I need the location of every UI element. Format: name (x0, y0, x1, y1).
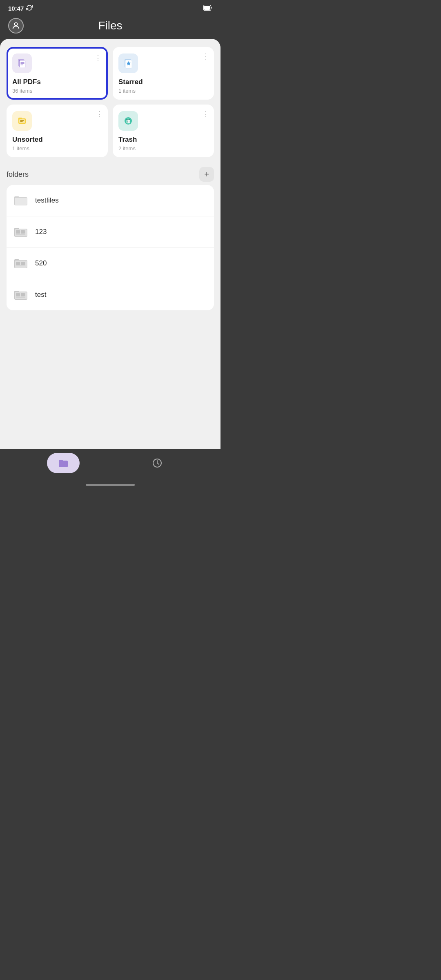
folder-item-123[interactable]: 123 (7, 216, 214, 248)
folder-icon-520 (13, 255, 29, 272)
page-title: Files (98, 19, 122, 32)
starred-subtitle: 1 items (118, 88, 208, 94)
category-card-all-pdfs[interactable]: ⋮ All PDFs 36 items (7, 47, 108, 100)
status-bar: 10:47 (0, 0, 220, 15)
category-grid: ⋮ All PDFs 36 items ⋮ (7, 47, 214, 157)
folder-name-testfiles: testfiles (35, 196, 59, 205)
unsorted-menu[interactable]: ⋮ (96, 109, 104, 118)
folder-item-testfiles[interactable]: testfiles (7, 185, 214, 216)
category-card-starred[interactable]: ⋮ Starred 1 items (113, 47, 214, 100)
folder-item-520[interactable]: 520 (7, 248, 214, 279)
header: Files (0, 15, 220, 39)
folder-item-test[interactable]: test (7, 279, 214, 310)
trash-icon-wrap (118, 111, 138, 131)
all-pdfs-title: All PDFs (12, 78, 102, 86)
svg-rect-13 (18, 118, 22, 119)
svg-line-48 (157, 463, 159, 464)
sync-icon (26, 4, 33, 12)
unsorted-icon-wrap (12, 111, 32, 131)
unsorted-subtitle: 1 items (12, 145, 102, 151)
svg-rect-35 (16, 262, 20, 265)
svg-rect-14 (19, 119, 25, 123)
folder-icon-123 (13, 224, 29, 240)
all-pdfs-subtitle: 36 items (12, 88, 102, 94)
trash-title: Trash (118, 136, 208, 144)
unsorted-title: Unsorted (12, 136, 102, 144)
folder-list: testfiles 123 (7, 185, 214, 310)
nav-files-button[interactable] (47, 453, 80, 473)
folders-header: folders + (7, 167, 214, 182)
all-pdfs-icon-wrap (12, 53, 32, 73)
folder-icon-test (13, 287, 29, 303)
folders-label: folders (7, 170, 29, 179)
svg-rect-25 (15, 198, 27, 205)
trash-menu[interactable]: ⋮ (202, 109, 210, 118)
svg-rect-1 (204, 6, 210, 10)
svg-rect-42 (21, 293, 25, 296)
folder-icon-testfiles (13, 192, 29, 209)
folder-name-123: 123 (35, 228, 47, 236)
nav-recent-button[interactable] (141, 453, 174, 473)
status-left: 10:47 (8, 4, 33, 12)
svg-point-2 (14, 23, 17, 26)
svg-rect-30 (21, 230, 25, 234)
starred-title: Starred (118, 78, 208, 86)
add-icon: + (204, 170, 209, 179)
add-folder-button[interactable]: + (199, 167, 214, 182)
home-indicator (0, 481, 220, 490)
category-card-unsorted[interactable]: ⋮ Unsorted 1 items (7, 105, 108, 157)
starred-menu[interactable]: ⋮ (202, 52, 210, 61)
folder-name-520: 520 (35, 259, 47, 267)
bottom-nav (0, 449, 220, 481)
all-pdfs-menu[interactable]: ⋮ (94, 53, 102, 62)
status-time: 10:47 (8, 5, 24, 12)
category-card-trash[interactable]: ⋮ Trash 2 items (113, 105, 214, 157)
trash-subtitle: 2 items (118, 145, 208, 151)
avatar[interactable] (8, 18, 24, 33)
svg-rect-29 (16, 230, 20, 234)
svg-rect-41 (16, 293, 20, 296)
svg-rect-5 (20, 60, 25, 68)
svg-rect-18 (127, 120, 130, 123)
svg-rect-36 (21, 262, 25, 265)
battery-icon (203, 4, 212, 13)
starred-icon-wrap (118, 53, 138, 73)
home-bar (86, 484, 135, 486)
main-content: ⋮ All PDFs 36 items ⋮ (0, 39, 220, 449)
folder-name-test: test (35, 291, 46, 299)
svg-rect-45 (59, 460, 63, 462)
